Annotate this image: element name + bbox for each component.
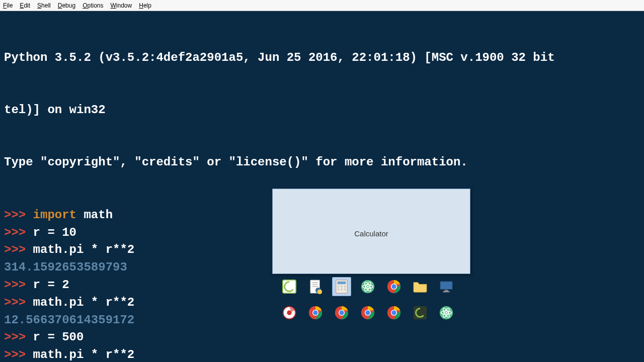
chrome-icon[interactable] xyxy=(332,303,351,322)
monitor-icon[interactable] xyxy=(437,277,456,296)
shell-banner-line1: Python 3.5.2 (v3.5.2:4def2a2901a5, Jun 2… xyxy=(4,49,640,67)
chrome-icon[interactable] xyxy=(306,303,325,322)
calculator-icon[interactable] xyxy=(332,277,351,296)
chrome-icon[interactable] xyxy=(384,277,404,296)
svg-point-33 xyxy=(339,310,344,315)
prompt-marker: >>> xyxy=(4,278,33,292)
svg-rect-25 xyxy=(443,291,449,292)
menu-shell[interactable]: Shell xyxy=(37,2,51,9)
alt-tab-switcher: Calculator xyxy=(272,189,470,274)
menubar: File Edit Shell Debug Options Window Hel… xyxy=(0,0,644,11)
code-text: math.pi * r**2 xyxy=(33,348,135,361)
svg-point-45 xyxy=(445,312,447,314)
atom-green-icon[interactable] xyxy=(358,277,377,296)
shell-banner-line3: Type "copyright", "credits" or "license(… xyxy=(4,154,640,171)
code-text: r = 2 xyxy=(33,278,69,292)
keyword: import xyxy=(33,208,76,222)
code-text: math.pi * r**2 xyxy=(33,296,135,309)
code-text: r = 10 xyxy=(33,226,76,239)
svg-point-19 xyxy=(367,286,369,288)
menu-debug[interactable]: Debug xyxy=(58,2,75,9)
svg-rect-11 xyxy=(344,286,346,288)
menu-options[interactable]: Options xyxy=(83,2,103,9)
atom-teal-icon[interactable] xyxy=(437,303,456,322)
svg-rect-10 xyxy=(341,286,343,288)
chrome-icon[interactable] xyxy=(358,303,377,322)
svg-rect-24 xyxy=(444,290,448,292)
prompt-marker: >>> xyxy=(4,226,33,239)
camtasia-dark-icon[interactable] xyxy=(411,303,430,322)
prompt-marker: >>> xyxy=(4,330,33,344)
svg-point-30 xyxy=(313,310,317,315)
code-text: math xyxy=(76,208,113,222)
menu-file[interactable]: File xyxy=(3,2,13,9)
svg-rect-14 xyxy=(344,289,346,291)
svg-point-36 xyxy=(365,310,370,315)
popup-title: Calculator xyxy=(273,224,470,242)
popup-grid xyxy=(273,277,470,328)
svg-rect-8 xyxy=(338,282,346,285)
code-text: r = 500 xyxy=(33,330,84,344)
python-file-icon[interactable] xyxy=(306,277,325,296)
python-shell[interactable]: Python 3.5.2 (v3.5.2:4def2a2901a5, Jun 2… xyxy=(0,11,644,362)
svg-rect-12 xyxy=(338,289,340,291)
folder-icon[interactable] xyxy=(411,277,430,296)
studio-red-icon[interactable] xyxy=(280,303,299,322)
menu-edit[interactable]: Edit xyxy=(20,2,30,9)
camtasia-icon[interactable] xyxy=(280,277,299,296)
svg-point-6 xyxy=(317,290,322,294)
svg-point-22 xyxy=(391,284,396,289)
svg-point-39 xyxy=(391,310,396,315)
code-text: math.pi * r**2 xyxy=(33,243,135,256)
prompt-marker: >>> xyxy=(4,348,33,361)
svg-rect-13 xyxy=(341,289,343,291)
prompt-marker: >>> xyxy=(4,208,33,222)
prompt-marker: >>> xyxy=(4,296,33,309)
chrome-icon[interactable] xyxy=(384,303,404,322)
menu-help[interactable]: Help xyxy=(139,2,151,9)
shell-banner-line2: tel)] on win32 xyxy=(4,102,640,119)
prompt-marker: >>> xyxy=(4,243,33,256)
menu-window[interactable]: Window xyxy=(111,2,132,9)
svg-rect-9 xyxy=(338,286,340,288)
svg-rect-23 xyxy=(440,282,452,290)
